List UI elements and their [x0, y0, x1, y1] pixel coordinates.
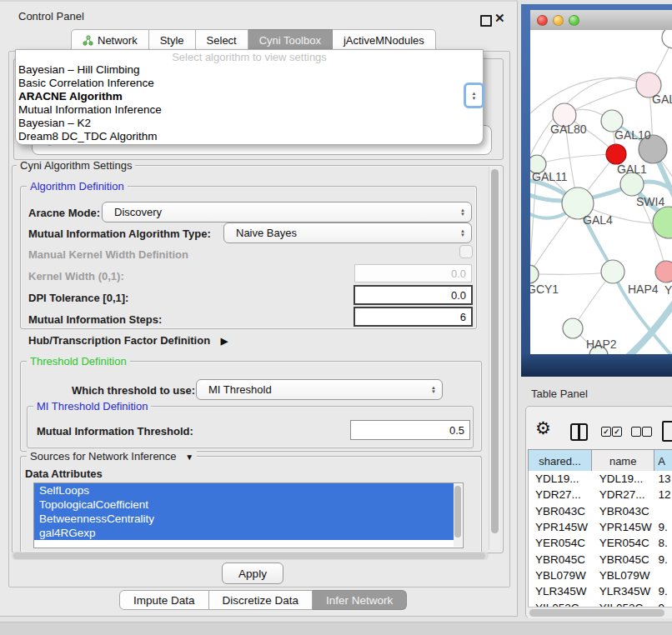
tab-discretize-data-label: Discretize Data: [223, 594, 299, 607]
cell: 8.: [654, 537, 672, 549]
column-header-shared[interactable]: shared...: [528, 450, 592, 472]
table-row[interactable]: YBR045CYBR045C9.: [529, 551, 672, 567]
table-row[interactable]: YLR345WYLR345W9.: [529, 583, 672, 599]
dpi-tolerance-field[interactable]: 0.0: [354, 285, 473, 305]
tab-discretize-data[interactable]: Discretize Data: [209, 590, 313, 610]
scrollbar-thumb[interactable]: [13, 552, 485, 559]
algorithm-option[interactable]: Mutual Information Inference: [16, 103, 483, 117]
node-y-partial[interactable]: [655, 261, 672, 282]
node-gcy1[interactable]: [530, 265, 539, 283]
tab-network[interactable]: Network: [71, 29, 149, 51]
table-header: shared... name A: [528, 449, 672, 472]
aracne-mode-label: Aracne Mode:: [28, 207, 100, 219]
cell: 9.: [654, 553, 672, 566]
settings-horizontal-scrollbar[interactable]: [12, 552, 489, 560]
attribute-item-selected[interactable]: TopologicalCoefficient: [34, 498, 454, 512]
algorithm-option-selected[interactable]: ARACNE Algorithm: [16, 90, 483, 103]
tab-impute-data[interactable]: Impute Data: [119, 590, 209, 610]
attribute-item-selected[interactable]: gal4RGexp: [34, 526, 454, 540]
table-row[interactable]: YBR043CYBR043C: [529, 503, 672, 519]
tab-select[interactable]: Select: [196, 29, 248, 51]
manual-kernel-width-checkbox[interactable]: [459, 245, 473, 258]
network-canvas[interactable]: GAL80 GAL10 GAL1 GAL11 SWI4 GAL4 GCY1 HA…: [530, 30, 672, 358]
table-row[interactable]: YIL052CYIL052C9: [529, 599, 672, 607]
tab-select-label: Select: [207, 34, 237, 47]
aracne-mode-combobox[interactable]: Discovery ▲▼: [102, 202, 472, 222]
bottom-tabbar: Impute Data Discretize Data Infer Networ…: [119, 590, 407, 610]
cell: YER054C: [529, 537, 593, 549]
list-scrollbar[interactable]: [454, 484, 462, 547]
tab-infer-network[interactable]: Infer Network: [313, 590, 407, 610]
select-all-checkbox-icon[interactable]: ✓: [612, 427, 622, 437]
network-view-window[interactable]: GAL80 GAL10 GAL1 GAL11 SWI4 GAL4 GCY1 HA…: [521, 4, 672, 377]
node-label: GAL1: [617, 162, 647, 176]
scrollbar-thumb[interactable]: [454, 486, 461, 538]
node-label: GAL: [652, 92, 672, 106]
table-panel: ⚙ ✓ ✓ shared... name A YDL19...YDL19...1…: [525, 406, 672, 618]
hub-definition-expander[interactable]: Hub/Transcription Factor Definition ▶: [28, 334, 228, 347]
mi-steps-field[interactable]: 6: [354, 307, 473, 327]
cell: YLR345W: [593, 585, 655, 598]
gear-icon[interactable]: ⚙: [535, 419, 551, 437]
tab-impute-data-label: Impute Data: [133, 594, 195, 607]
float-window-icon[interactable]: [480, 15, 492, 27]
network-graph: GAL80 GAL10 GAL1 GAL11 SWI4 GAL4 GCY1 HA…: [530, 30, 672, 358]
table-panel-title: Table Panel: [531, 388, 588, 400]
algorithm-option[interactable]: Bayesian – K2: [16, 117, 483, 130]
table-row[interactable]: YER054CYER054C8.: [529, 535, 672, 551]
close-traffic-light[interactable]: [537, 15, 548, 26]
algorithm-option[interactable]: Dream8 DC_TDC Algorithm: [16, 130, 483, 143]
column-header-partial[interactable]: A: [654, 450, 672, 472]
mi-threshold-field[interactable]: 0.5: [350, 420, 470, 440]
settings-vertical-scrollbar[interactable]: [489, 167, 500, 550]
chevron-down-icon: ▼: [472, 96, 477, 101]
threshold-definition-title: Threshold Definition: [27, 355, 130, 368]
columns-icon[interactable]: [570, 423, 588, 441]
tab-jactivemnodules[interactable]: jActiveMNodules: [333, 29, 436, 51]
tab-style[interactable]: Style: [149, 29, 196, 51]
node-swi4[interactable]: [620, 172, 644, 196]
deselect-checkbox-icon[interactable]: [631, 427, 641, 437]
apply-button[interactable]: Apply: [222, 562, 283, 584]
mi-algorithm-type-combobox[interactable]: Naive Bayes ▲▼: [223, 222, 472, 243]
node-gal1[interactable]: [606, 144, 626, 164]
algorithm-placeholder: Select algorithm to view settings: [16, 50, 483, 63]
hub-definition-label: Hub/Transcription Factor Definition: [28, 334, 210, 347]
cell: YDL19...: [593, 472, 655, 485]
node-unlabeled[interactable]: [662, 30, 672, 48]
table-row[interactable]: YDR27...YDR27...12: [529, 487, 672, 502]
scrollbar-thumb[interactable]: [529, 609, 664, 617]
node-label: GAL4: [583, 213, 613, 227]
manual-kernel-width-label: Manual Kernel Width Definition: [28, 248, 188, 261]
scrollbar-thumb[interactable]: [491, 169, 499, 533]
algorithm-option[interactable]: Basic Correlation Inference: [16, 77, 483, 90]
attribute-item-selected[interactable]: BetweennessCentrality: [34, 512, 454, 526]
select-all-checkbox-icon[interactable]: ✓: [601, 427, 611, 437]
attribute-item-selected[interactable]: SelfLoops: [34, 483, 454, 498]
deselect-checkbox-icon[interactable]: [642, 427, 652, 437]
algorithm-option[interactable]: Bayesian – Hill Climbing: [16, 63, 483, 77]
mi-threshold-definition-title: MI Threshold Definition: [33, 400, 151, 412]
node-label: HAP4: [628, 282, 659, 296]
network-window-titlebar[interactable]: [530, 10, 672, 31]
which-threshold-value: MI Threshold: [208, 383, 272, 396]
sources-title-row[interactable]: Sources for Network Inference ▼: [27, 450, 197, 462]
node-hap4[interactable]: [601, 260, 624, 283]
algorithm-combobox-stepper[interactable]: ▲ ▼: [464, 82, 484, 108]
zoom-traffic-light[interactable]: [569, 15, 579, 26]
document-icon[interactable]: [662, 421, 672, 442]
mi-steps-label: Mutual Information Steps:: [28, 313, 162, 326]
table-horizontal-scrollbar[interactable]: [528, 607, 672, 618]
node-hap2[interactable]: [563, 318, 583, 338]
tab-cyni-toolbox[interactable]: Cyni Toolbox: [248, 29, 333, 51]
network-window-bottom-frame: [521, 354, 672, 377]
table-row[interactable]: YDL19...YDL19...13: [529, 471, 672, 487]
kernel-width-field[interactable]: 0.0: [354, 264, 472, 282]
table-row[interactable]: YBL079WYBL079W: [529, 568, 672, 583]
column-header-name[interactable]: name: [592, 450, 654, 472]
chevron-down-icon: ▼: [460, 233, 465, 238]
table-row[interactable]: YPR145WYPR145W9.: [529, 519, 672, 535]
minimize-traffic-light[interactable]: [553, 15, 564, 26]
close-icon[interactable]: ✕: [494, 11, 505, 26]
which-threshold-combobox[interactable]: MI Threshold ▲▼: [196, 379, 443, 400]
